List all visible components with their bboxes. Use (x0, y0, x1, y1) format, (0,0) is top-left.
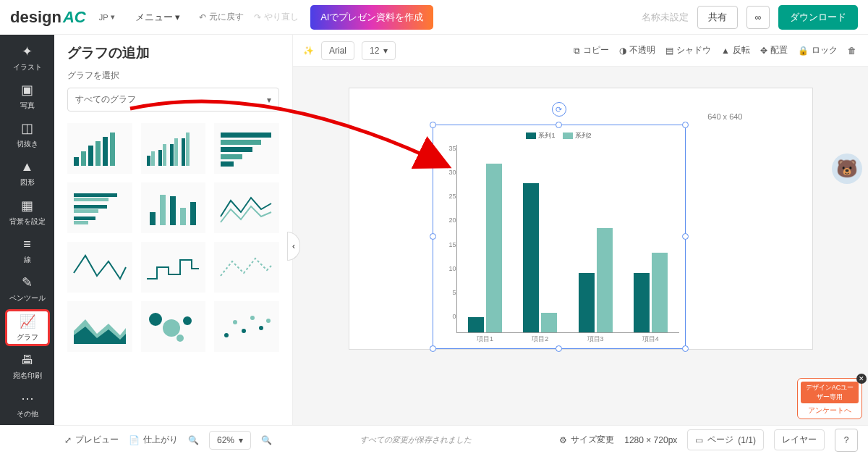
page[interactable]: ⟳ 640 x 640 系列1 系列2 (349, 88, 812, 349)
thumb-bar-3[interactable] (141, 182, 206, 233)
document-title-input[interactable]: 名称未設定 (642, 11, 689, 24)
svg-point-34 (183, 316, 192, 325)
menu-button[interactable]: メニュー ▾ (128, 8, 188, 27)
svg-rect-19 (74, 193, 117, 197)
thumb-line-1[interactable] (214, 182, 279, 233)
share-link-button[interactable]: ∞ (746, 6, 770, 29)
lock-button[interactable]: 🔒ロック (796, 44, 839, 56)
thumb-scatter[interactable] (214, 301, 279, 352)
svg-rect-14 (221, 133, 271, 138)
svg-rect-20 (74, 198, 109, 201)
handle-tl[interactable] (430, 122, 436, 128)
thumb-bar-2[interactable] (141, 123, 206, 174)
align-icon: ✥ (760, 46, 767, 56)
svg-point-38 (242, 329, 246, 333)
zoom-select[interactable]: 62% ▾ (209, 431, 251, 450)
zoom-in-button[interactable]: 🔍 (261, 435, 272, 445)
chart-legend: 系列1 系列2 (439, 131, 679, 140)
svg-rect-12 (182, 138, 185, 166)
thumb-line-2[interactable] (67, 242, 132, 293)
survey-button[interactable]: アンケートへ (801, 405, 859, 416)
language-select[interactable]: JP▾ (95, 12, 119, 22)
svg-rect-4 (103, 137, 108, 166)
handle-br[interactable] (682, 345, 689, 352)
canvas[interactable]: ⟳ 640 x 640 系列1 系列2 (293, 67, 868, 425)
delete-button[interactable]: 🗑 (846, 46, 858, 56)
undo-button[interactable]: ↶元に戻す (196, 8, 247, 26)
zoom-out-button[interactable]: 🔍 (188, 435, 199, 445)
logo[interactable]: designAC (10, 8, 86, 27)
svg-rect-17 (221, 154, 242, 159)
sparkle-icon: ✦ (22, 43, 33, 59)
align-button[interactable]: ✥配置 (759, 44, 789, 56)
thumb-area[interactable] (67, 301, 132, 352)
page-select[interactable]: ▭ ページ (1/1) (687, 429, 764, 450)
fontsize-select[interactable]: 12▾ (362, 41, 396, 60)
thumb-hbar-1[interactable] (214, 123, 279, 174)
handle-t[interactable] (556, 122, 562, 128)
thumb-line-dash[interactable] (214, 242, 279, 293)
rail-other[interactable]: ⋯その他 (5, 387, 50, 424)
svg-rect-16 (221, 147, 252, 152)
thumb-bar-1[interactable] (67, 123, 132, 174)
ai-presentation-button[interactable]: AIでプレゼン資料を作成 (310, 5, 433, 30)
layer-button[interactable]: レイヤー (774, 429, 825, 450)
rail-cutout[interactable]: ◫切抜き (5, 117, 50, 154)
survey-popup: ✕ デザインACユーザー専用 アンケートへ (797, 378, 862, 419)
copy-button[interactable]: ⧉コピー (572, 44, 610, 56)
thumb-step[interactable] (141, 242, 206, 293)
rail-photo[interactable]: ▣写真 (5, 77, 50, 114)
rail-line[interactable]: ≡線 (5, 232, 50, 269)
shadow-button[interactable]: ▤シャドウ (664, 44, 712, 56)
font-select[interactable]: Arial (321, 41, 354, 60)
handle-r[interactable] (682, 233, 689, 240)
legend-swatch-2 (563, 133, 573, 139)
dimension-label: 640 x 640 (707, 112, 742, 121)
handle-bl[interactable] (430, 345, 436, 352)
survey-close-button[interactable]: ✕ (856, 374, 867, 384)
pen-icon: ✎ (22, 274, 33, 290)
share-button[interactable]: 共有 (697, 6, 738, 29)
chart-panel: グラフの追加 グラフを選択 すべてのグラフ▾ (54, 35, 293, 425)
background-icon: ▦ (21, 198, 33, 214)
finish-button[interactable]: 📄仕上がり (129, 434, 178, 446)
handle-l[interactable] (430, 233, 436, 240)
magic-icon[interactable]: ✨ (303, 46, 314, 56)
chart-type-select[interactable]: すべてのグラフ▾ (67, 88, 279, 112)
chevron-down-icon: ▾ (239, 435, 243, 445)
rail-chart[interactable]: 📈グラフ (5, 309, 50, 346)
preview-button[interactable]: ⤢プレビュー (64, 434, 119, 446)
save-status: すべての変更が保存されました (282, 434, 549, 445)
handle-tr[interactable] (682, 122, 689, 128)
rail-background[interactable]: ▦背景を設定 (5, 193, 50, 230)
svg-rect-2 (88, 146, 93, 166)
download-button[interactable]: ダウンロード (778, 5, 858, 30)
flip-button[interactable]: ▲反転 (720, 44, 752, 56)
chart-object[interactable]: 系列1 系列2 35302520151050 項目1項目2項目3項目4 (439, 131, 679, 342)
resize-button[interactable]: ⚙サイズ変更 (559, 434, 614, 446)
svg-rect-0 (74, 157, 79, 166)
thumb-bubble[interactable] (141, 301, 206, 352)
svg-rect-5 (110, 133, 115, 166)
rail-shapes[interactable]: ▲図形 (5, 155, 50, 192)
rail-pen[interactable]: ✎ペンツール (5, 271, 50, 308)
selection-box[interactable]: ⟳ 640 x 640 系列1 系列2 (433, 125, 686, 349)
svg-point-32 (149, 313, 162, 326)
chart-icon: 📈 (20, 314, 35, 329)
plot-area: 項目1項目2項目3項目4 (456, 145, 679, 333)
opacity-button[interactable]: ◑不透明 (618, 44, 657, 56)
rail-illustration[interactable]: ✦イラスト (5, 39, 50, 76)
line-icon: ≡ (23, 237, 31, 252)
rotate-handle[interactable]: ⟳ (552, 102, 566, 117)
rail-print[interactable]: 🖶宛名印刷 (5, 348, 50, 384)
thumb-hbar-2[interactable] (67, 182, 132, 233)
history-controls: ↶元に戻す ↷やり直し (196, 8, 302, 26)
handle-b[interactable] (556, 345, 562, 352)
svg-rect-10 (170, 144, 174, 166)
chevron-down-icon: ▾ (175, 12, 180, 22)
svg-rect-9 (163, 144, 166, 166)
lock-icon: 🔒 (798, 46, 809, 56)
svg-rect-28 (180, 208, 186, 225)
mascot-avatar[interactable]: 🐻 (832, 154, 862, 184)
help-button[interactable]: ? (835, 429, 858, 452)
